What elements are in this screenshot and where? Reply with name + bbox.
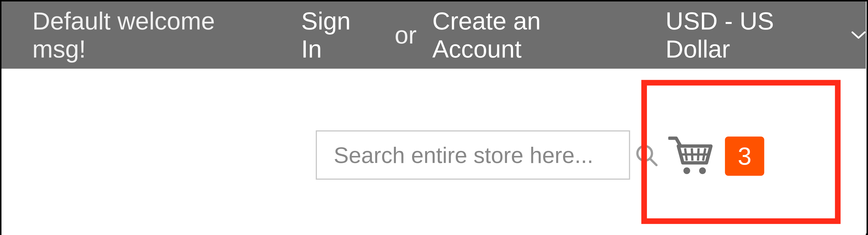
sign-in-link[interactable]: Sign In: [301, 7, 378, 63]
currency-label: USD - US Dollar: [665, 7, 844, 63]
welcome-message: Default welcome msg!: [32, 7, 274, 63]
svg-point-9: [699, 167, 706, 174]
cart-icon: [664, 136, 717, 176]
search-box: [316, 130, 630, 180]
chevron-down-icon: [851, 31, 866, 40]
top-header-bar: Default welcome msg! Sign In or Create a…: [1, 1, 866, 69]
search-input[interactable]: [317, 132, 634, 179]
or-text: or: [395, 21, 417, 49]
create-account-link[interactable]: Create an Account: [432, 7, 635, 63]
cart-count-badge: 3: [725, 136, 764, 175]
header-content-row: 3: [1, 69, 866, 235]
currency-switcher[interactable]: USD - US Dollar: [665, 7, 866, 63]
mini-cart-button[interactable]: 3: [664, 135, 764, 177]
svg-point-8: [683, 167, 690, 174]
